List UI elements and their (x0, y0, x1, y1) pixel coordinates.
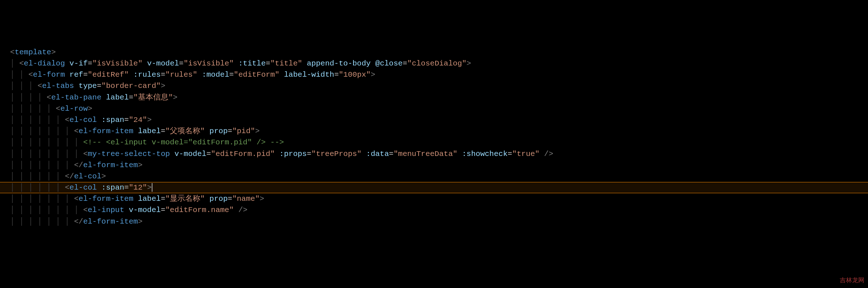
token-tag: el-form-item (79, 126, 133, 137)
token-attr-value: "menuTreeData" (394, 148, 457, 160)
code-line[interactable]: │ │ │ <el-tabs type="border-card"> (0, 80, 868, 92)
token-tag: el-input (88, 204, 124, 216)
token-attr-name: v-if (70, 58, 88, 69)
token-tag: el-dialog (24, 58, 65, 69)
token-attr-name: prop (209, 193, 227, 204)
token-bracket: > (51, 47, 56, 58)
token-bracket: < (19, 58, 24, 69)
token-punct (65, 58, 70, 69)
token-attr-name: :showcheck (462, 148, 508, 160)
code-line[interactable]: │ │ │ │ │ │ <el-col :span="12"> (0, 182, 868, 193)
token-punct: = (124, 114, 129, 126)
token-attr-value: "border-card" (101, 80, 161, 92)
token-bracket: < (83, 148, 88, 160)
token-punct (275, 148, 280, 160)
token-punct: = (228, 193, 232, 204)
token-bracket: < (83, 204, 88, 216)
token-attr-name: :props (280, 148, 307, 160)
token-attr-name: append-to-body (307, 58, 370, 69)
code-line[interactable]: │ │ │ │ │ │ </el-col> (0, 171, 868, 182)
token-punct (234, 58, 239, 69)
token-attr-value: "isVisible" (92, 58, 143, 69)
token-punct: = (161, 193, 165, 204)
indent-guide: │ │ │ │ │ │ (10, 114, 65, 126)
token-tag: el-row (60, 103, 88, 114)
token-punct (205, 126, 210, 137)
token-punct (124, 204, 129, 216)
token-punct: = (334, 69, 339, 80)
token-attr-value: "treeProps" (311, 148, 362, 160)
token-bracket: > (138, 216, 143, 227)
code-line[interactable]: │ │ │ │ │ │ <el-col :span="24"> (0, 114, 868, 126)
token-tag: el-form-item (79, 193, 133, 204)
token-attr-value: "rules" (165, 69, 197, 80)
token-punct: = (124, 182, 129, 193)
token-bracket: < (56, 103, 60, 114)
code-line[interactable]: <template> (0, 47, 868, 58)
indent-guide: │ │ │ │ │ │ │ (10, 216, 74, 227)
token-attr-value: "基本信息" (133, 92, 173, 103)
token-bracket: > (260, 193, 264, 204)
code-line[interactable]: │ │ │ │ │ │ │ │ <!-- <el-input v-model="… (0, 137, 868, 148)
token-punct: = (389, 148, 394, 160)
code-line[interactable]: │ │ │ │ │ │ │ │ <el-input v-model="editF… (0, 204, 868, 216)
code-line[interactable]: │ <el-dialog v-if="isVisible" v-model="i… (0, 58, 868, 69)
token-punct (371, 58, 376, 69)
code-line[interactable]: │ │ │ │ │ │ │ <el-form-item label="父项名称"… (0, 126, 868, 137)
token-punct: = (179, 58, 184, 69)
token-attr-name: :span (101, 182, 124, 193)
token-attr-value: "true" (512, 148, 540, 160)
code-line[interactable]: │ │ │ │ │ <el-row> (0, 103, 868, 114)
token-bracket: < (47, 92, 51, 103)
token-bracket: > (101, 171, 106, 182)
token-punct: = (266, 58, 271, 69)
token-attr-value: "name" (232, 193, 260, 204)
indent-guide: │ │ │ │ │ │ │ (10, 126, 74, 137)
code-line[interactable]: │ │ │ │ │ │ │ <el-form-item label="显示名称"… (0, 193, 868, 204)
token-punct: = (161, 69, 165, 80)
indent-guide: │ │ │ (10, 80, 38, 92)
token-punct (133, 126, 138, 137)
token-punct (97, 114, 101, 126)
token-attr-name: v-model (129, 204, 161, 216)
token-punct: = (508, 148, 512, 160)
token-tag: el-form (33, 69, 65, 80)
token-tag: el-tab-pane (51, 92, 101, 103)
token-attr-value: "title" (270, 58, 302, 69)
token-punct (197, 69, 202, 80)
token-attr-name: :span (101, 114, 124, 126)
token-punct (143, 58, 147, 69)
token-bracket: > (371, 69, 376, 80)
indent-guide: │ │ │ │ │ │ │ │ (10, 204, 83, 216)
token-comment: <!-- <el-input v-model="editForm.pid" />… (83, 137, 284, 148)
token-bracket: < (28, 69, 33, 80)
token-attr-value: "显示名称" (165, 193, 205, 204)
code-line[interactable]: │ │ │ │ <el-tab-pane label="基本信息"> (0, 92, 868, 103)
watermark-text: 吉林龙网 (840, 275, 864, 286)
token-attr-value: "100px" (339, 69, 370, 80)
token-punct (101, 92, 106, 103)
token-punct (280, 69, 284, 80)
token-bracket: > (255, 126, 260, 137)
code-line[interactable]: │ │ │ │ │ │ │ </el-form-item> (0, 160, 868, 171)
token-attr-value: "24" (129, 114, 147, 126)
token-tag: el-form-item (83, 160, 138, 171)
token-attr-value: "12" (129, 182, 147, 193)
token-attr-name: v-model (147, 58, 179, 69)
token-attr-value: "pid" (232, 126, 255, 137)
token-attr-name: label (138, 193, 161, 204)
code-line[interactable]: │ │ │ │ │ │ │ │ <my-tree-select-top v-mo… (0, 148, 868, 160)
code-line[interactable]: │ │ <el-form ref="editRef" :rules="rules… (0, 69, 868, 80)
token-bracket: < (74, 126, 79, 137)
token-bracket: </ (65, 171, 74, 182)
token-bracket: > (88, 103, 92, 114)
token-bracket: /> (238, 204, 247, 216)
token-punct (65, 69, 70, 80)
token-attr-value: "closeDialog" (407, 58, 467, 69)
indent-guide: │ │ │ │ │ (10, 103, 56, 114)
token-punct (205, 193, 210, 204)
token-punct (540, 148, 544, 160)
code-line[interactable]: │ │ │ │ │ │ │ </el-form-item> (0, 216, 868, 227)
code-editor[interactable]: <template>│ <el-dialog v-if="isVisible" … (0, 47, 868, 227)
indent-guide: │ (10, 58, 19, 69)
